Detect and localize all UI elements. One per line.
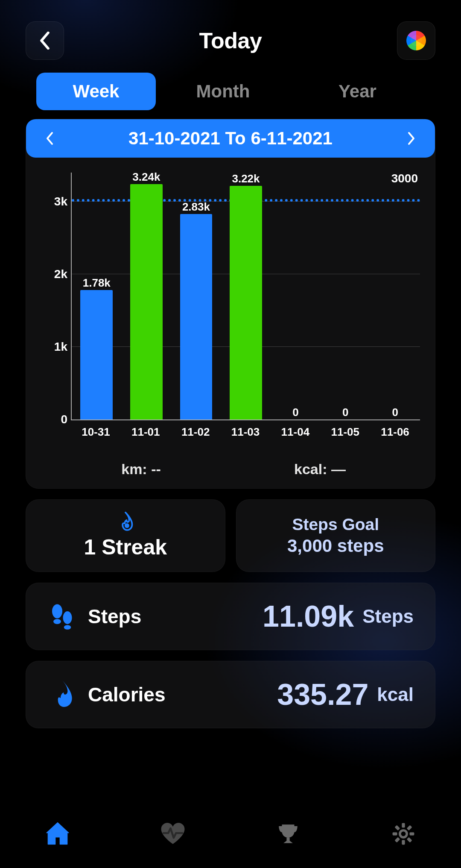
bar[interactable]: 3.24k xyxy=(130,184,163,419)
page-title: Today xyxy=(199,28,262,53)
bar-value-label: 0 xyxy=(342,406,348,419)
trophy-icon xyxy=(276,822,301,846)
svg-rect-8 xyxy=(410,832,414,835)
svg-rect-7 xyxy=(393,832,397,835)
svg-rect-12 xyxy=(407,837,412,843)
svg-rect-11 xyxy=(394,825,400,830)
steps-value: 11.09k xyxy=(263,599,354,633)
chevron-right-icon xyxy=(406,131,417,146)
heart-pulse-icon xyxy=(159,822,187,846)
calories-unit: kcal xyxy=(377,684,414,705)
chevron-left-icon xyxy=(44,131,55,146)
xtick-label: 11-03 xyxy=(221,420,271,439)
time-range-tabs: Week Month Year xyxy=(26,73,435,110)
svg-point-2 xyxy=(53,619,61,624)
nav-health[interactable] xyxy=(158,819,188,849)
activity-ring-button[interactable] xyxy=(397,21,435,60)
bar-value-label: 3.22k xyxy=(232,172,260,185)
bar-value-label: 0 xyxy=(292,406,298,419)
prev-range-button[interactable] xyxy=(41,130,58,147)
xtick-label: 11-04 xyxy=(270,420,320,439)
back-button[interactable] xyxy=(26,21,64,60)
xtick-label: 10-31 xyxy=(71,420,121,439)
bar[interactable]: 1.78k xyxy=(80,290,113,419)
svg-rect-10 xyxy=(394,837,400,843)
bar-value-label: 0 xyxy=(392,406,398,419)
footsteps-icon xyxy=(50,602,75,630)
tab-year[interactable]: Year xyxy=(290,73,425,110)
bar-column: 0 xyxy=(271,173,321,419)
bottom-nav xyxy=(0,800,461,868)
nav-achievements[interactable] xyxy=(273,819,303,849)
goal-value: 3,000 steps xyxy=(287,536,384,556)
bar-value-label: 2.83k xyxy=(182,200,210,214)
xtick-label: 11-05 xyxy=(320,420,370,439)
gear-icon xyxy=(391,821,416,846)
bar[interactable]: 3.22k xyxy=(230,186,262,419)
streak-value: 1 Streak xyxy=(84,535,167,560)
bar-value-label: 3.24k xyxy=(132,170,160,184)
flame-icon xyxy=(50,680,75,709)
svg-point-3 xyxy=(63,611,72,624)
svg-point-1 xyxy=(52,604,62,619)
steps-unit: Steps xyxy=(362,606,414,627)
ytick-label: 0 xyxy=(42,413,67,426)
bar-column: 0 xyxy=(370,173,420,419)
ytick-label: 3k xyxy=(42,195,67,208)
bar[interactable]: 2.83k xyxy=(180,214,213,419)
streak-card[interactable]: 1 Streak xyxy=(26,499,225,572)
svg-rect-9 xyxy=(407,825,412,830)
bar-column: 3.22k xyxy=(221,173,271,419)
chevron-left-icon xyxy=(38,32,52,50)
steps-metric-card[interactable]: Steps 11.09k Steps xyxy=(26,583,435,650)
bar-column: 2.83k xyxy=(171,173,221,419)
calories-value: 335.27 xyxy=(277,677,368,712)
tab-month[interactable]: Month xyxy=(156,73,290,110)
bar-value-label: 1.78k xyxy=(83,276,111,290)
calories-label: Calories xyxy=(88,683,166,706)
svg-point-0 xyxy=(125,523,129,528)
xtick-label: 11-01 xyxy=(121,420,171,439)
xtick-label: 11-02 xyxy=(171,420,221,439)
ytick-label: 2k xyxy=(42,267,67,281)
home-icon xyxy=(45,822,70,846)
steps-goal-card[interactable]: Steps Goal 3,000 steps xyxy=(236,499,436,572)
xtick-label: 11-06 xyxy=(370,420,420,439)
next-range-button[interactable] xyxy=(403,130,420,147)
goal-title: Steps Goal xyxy=(292,515,379,534)
kcal-label: kcal: — xyxy=(230,461,409,478)
ytick-label: 1k xyxy=(42,340,67,354)
steps-label: Steps xyxy=(88,605,141,628)
activity-ring-icon xyxy=(406,31,426,50)
chart-card: 31-10-2021 To 6-11-2021 01k2k3k30001.78k… xyxy=(26,119,435,489)
svg-rect-6 xyxy=(402,840,405,845)
flame-icon xyxy=(116,512,135,532)
calories-metric-card[interactable]: Calories 335.27 kcal xyxy=(26,661,435,728)
km-label: km: -- xyxy=(52,461,230,478)
svg-rect-5 xyxy=(402,823,405,828)
bar-column: 1.78k xyxy=(72,173,122,419)
bar-column: 3.24k xyxy=(122,173,172,419)
chart-footer: km: -- kcal: — xyxy=(26,450,435,478)
nav-home[interactable] xyxy=(43,819,73,849)
steps-bar-chart: 01k2k3k30001.78k3.24k2.83k3.22k000 10-31… xyxy=(26,173,435,450)
tab-week[interactable]: Week xyxy=(36,73,156,110)
nav-settings[interactable] xyxy=(388,819,418,849)
date-range-nav: 31-10-2021 To 6-11-2021 xyxy=(26,119,435,158)
bar-column: 0 xyxy=(321,173,371,419)
date-range-label: 31-10-2021 To 6-11-2021 xyxy=(128,128,333,149)
svg-point-4 xyxy=(64,625,71,630)
